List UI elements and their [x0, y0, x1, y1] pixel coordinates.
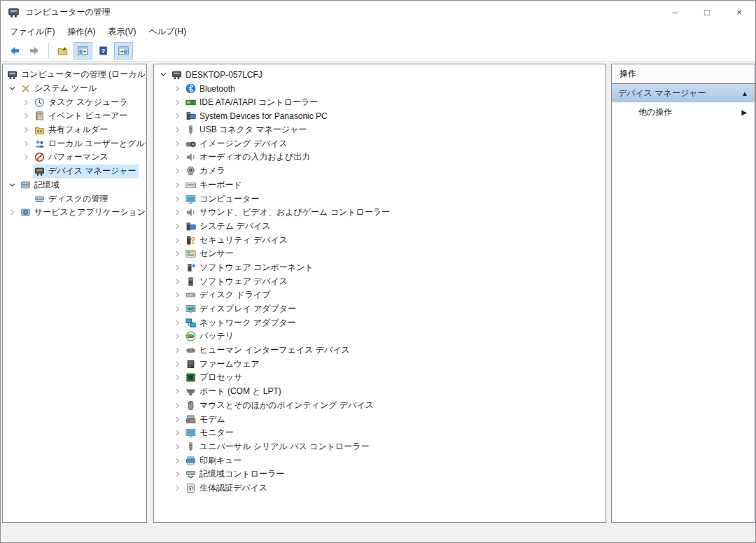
console-tree-item-storage[interactable]: 記憶域 — [3, 178, 146, 192]
chevron-collapsed-icon[interactable] — [171, 332, 184, 341]
console-tree-item-disk-management[interactable]: ディスクの管理 — [3, 192, 146, 206]
chevron-expanded-icon[interactable] — [6, 180, 19, 190]
device-category-mice-pointing-devices[interactable]: マウスとそのほかのポインティング デバイス — [154, 399, 606, 413]
menu-file[interactable]: ファイル(F) — [4, 24, 61, 40]
chevron-collapsed-icon[interactable] — [6, 208, 19, 218]
device-category-computer[interactable]: コンピューター — [154, 192, 606, 206]
console-tree-item-event-viewer[interactable]: イベント ビューアー — [3, 109, 146, 123]
device-category-software-devices[interactable]: ソフトウェア デバイス — [154, 274, 606, 288]
menu-action[interactable]: 操作(A) — [61, 24, 102, 40]
device-category-keyboards[interactable]: キーボード — [154, 178, 606, 192]
device-category-sensors[interactable]: センサー — [154, 247, 606, 261]
console-tree-item-device-manager[interactable]: デバイス マネージャー — [3, 164, 146, 178]
device-category-monitors[interactable]: モニター — [154, 426, 606, 440]
help-button[interactable]: ? — [94, 42, 113, 59]
device-category-biometric-devices[interactable]: 生体認証デバイス — [154, 481, 606, 495]
device-category-bluetooth[interactable]: Bluetooth — [154, 82, 606, 96]
device-category-software-components[interactable]: ソフトウェア コンポーネント — [154, 261, 606, 275]
chevron-collapsed-icon[interactable] — [171, 167, 184, 176]
console-tree-toggle-button[interactable] — [74, 42, 92, 59]
chevron-collapsed-icon[interactable] — [20, 111, 33, 121]
collapse-icon[interactable]: ▲ — [741, 90, 748, 97]
chevron-collapsed-icon[interactable] — [171, 262, 184, 272]
device-category-system-devices[interactable]: システム デバイス — [154, 220, 606, 234]
chevron-collapsed-icon[interactable] — [171, 235, 184, 245]
close-button[interactable]: × — [723, 1, 755, 23]
chevron-collapsed-icon[interactable] — [171, 139, 184, 148]
chevron-collapsed-icon[interactable] — [171, 208, 184, 218]
chevron-collapsed-icon[interactable] — [171, 276, 184, 286]
chevron-collapsed-icon[interactable] — [171, 97, 184, 107]
more-actions-item[interactable]: 他の操作 ▶ — [612, 103, 755, 122]
chevron-collapsed-icon[interactable] — [171, 318, 184, 327]
chevron-collapsed-icon[interactable] — [171, 456, 184, 465]
chevron-collapsed-icon[interactable] — [171, 387, 184, 397]
chevron-collapsed-icon[interactable] — [171, 84, 184, 94]
chevron-collapsed-icon[interactable] — [171, 180, 184, 190]
device-category-disk-drives[interactable]: ディスク ドライブ — [154, 288, 606, 302]
chevron-collapsed-icon[interactable] — [171, 153, 184, 162]
chevron-collapsed-icon[interactable] — [171, 194, 184, 204]
chevron-collapsed-icon[interactable] — [171, 400, 184, 410]
menu-help[interactable]: ヘルプ(H) — [142, 24, 192, 40]
device-category-cameras[interactable]: カメラ — [154, 164, 606, 178]
device-category-firmware[interactable]: ファームウェア — [154, 357, 606, 371]
device-category-modems[interactable]: モデム — [154, 412, 606, 426]
forward-button[interactable] — [25, 42, 44, 59]
console-tree-item-task-scheduler[interactable]: タスク スケジューラ — [3, 95, 146, 109]
chevron-collapsed-icon[interactable] — [20, 97, 33, 107]
chevron-expanded-icon[interactable] — [6, 84, 19, 94]
device-category-system-devices-panasonic[interactable]: System Devices for Panasonic PC — [154, 109, 606, 123]
chevron-collapsed-icon[interactable] — [171, 221, 184, 231]
device-category-batteries[interactable]: バッテリ — [154, 330, 606, 344]
device-category-ports-com-lpt[interactable]: ポート (COM と LPT) — [154, 385, 606, 399]
device-category-audio-inputs-outputs[interactable]: オーディオの入力および出力 — [154, 150, 606, 164]
device-category-sound-video-game-controllers[interactable]: サウンド、ビデオ、およびゲーム コントローラー — [154, 206, 606, 220]
console-tree-item-computer-management[interactable]: コンピューターの管理 (ローカル) — [3, 68, 146, 82]
chevron-collapsed-icon[interactable] — [171, 304, 184, 314]
action-pane-toggle-button[interactable] — [114, 42, 133, 59]
minimize-button[interactable]: – — [659, 1, 691, 23]
device-category-storage-controllers[interactable]: 記憶域コントローラー — [154, 467, 606, 481]
chevron-collapsed-icon[interactable] — [171, 483, 184, 493]
device-category-usb-connector-manager[interactable]: USB コネクタ マネージャー — [154, 123, 606, 137]
chevron-collapsed-icon[interactable] — [20, 153, 33, 162]
chevron-collapsed-icon[interactable] — [20, 125, 33, 135]
device-category-security-devices[interactable]: セキュリティ デバイス — [154, 233, 606, 247]
maximize-button[interactable]: □ — [691, 1, 723, 23]
device-category-ide-ata-atapi-controllers[interactable]: IDE ATA/ATAPI コントローラー — [154, 95, 606, 109]
device-manager-section-header[interactable]: デバイス マネージャー ▲ — [612, 84, 755, 103]
svg-text:?: ? — [102, 47, 106, 55]
chevron-collapsed-icon[interactable] — [171, 373, 184, 383]
console-tree-item-local-users-groups[interactable]: ローカル ユーザーとグループ — [3, 136, 146, 150]
device-category-imaging-devices[interactable]: イメージング デバイス — [154, 136, 606, 150]
menu-view[interactable]: 表示(V) — [102, 24, 142, 40]
back-button[interactable] — [5, 42, 24, 59]
chevron-expanded-icon[interactable] — [157, 70, 170, 80]
bluetooth-icon — [185, 83, 196, 94]
chevron-collapsed-icon[interactable] — [171, 290, 184, 300]
chevron-collapsed-icon[interactable] — [171, 442, 184, 451]
device-category-desktop-root[interactable]: DESKTOP-057LCFJ — [154, 68, 606, 82]
console-tree-item-shared-folders[interactable]: 共有フォルダー — [3, 123, 146, 137]
chevron-collapsed-icon[interactable] — [171, 470, 184, 479]
device-category-display-adapters[interactable]: ディスプレイ アダプター — [154, 302, 606, 316]
chevron-collapsed-icon[interactable] — [20, 139, 33, 148]
device-category-usb-controllers[interactable]: ユニバーサル シリアル バス コントローラー — [154, 440, 606, 454]
chevron-collapsed-icon[interactable] — [171, 414, 184, 424]
console-tree-item-performance[interactable]: パフォーマンス — [3, 150, 146, 164]
console-tree-item-services-applications[interactable]: サービスとアプリケーション — [3, 206, 146, 220]
device-category-print-queues[interactable]: 印刷キュー — [154, 453, 606, 467]
chevron-collapsed-icon[interactable] — [171, 249, 184, 259]
console-tree-item-system-tools[interactable]: システム ツール — [3, 82, 146, 96]
chevron-collapsed-icon[interactable] — [171, 111, 184, 121]
item-content: システム デバイス — [184, 219, 273, 233]
chevron-collapsed-icon[interactable] — [171, 359, 184, 369]
device-category-human-interface-devices[interactable]: ヒューマン インターフェイス デバイス — [154, 344, 606, 358]
chevron-collapsed-icon[interactable] — [171, 346, 184, 355]
chevron-collapsed-icon[interactable] — [171, 125, 184, 135]
folder-up-button[interactable] — [53, 42, 72, 59]
device-category-processors[interactable]: プロセッサ — [154, 371, 606, 385]
chevron-collapsed-icon[interactable] — [171, 428, 184, 438]
device-category-network-adapters[interactable]: ネットワーク アダプター — [154, 316, 606, 330]
